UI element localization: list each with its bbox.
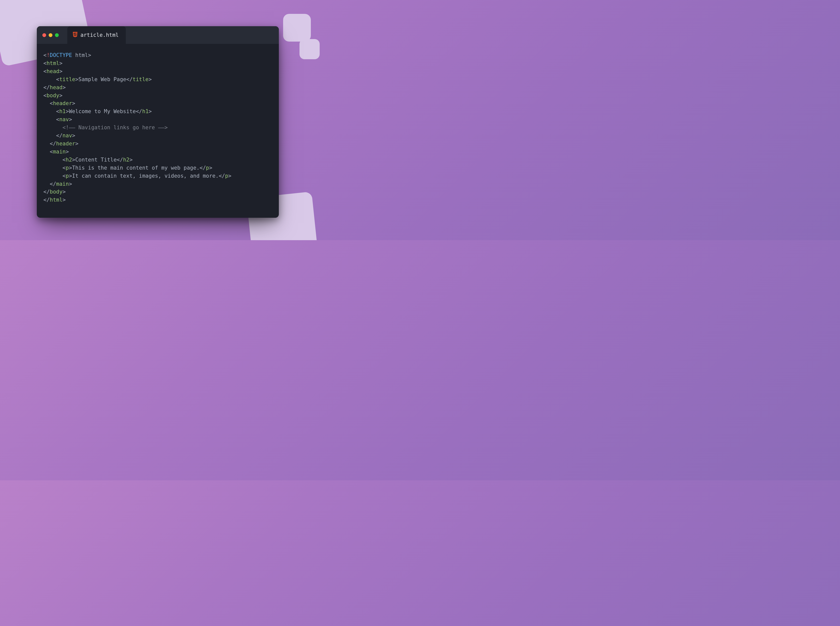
- code-editor[interactable]: <!DOCTYPE html><html><head><title>Sample…: [37, 44, 279, 218]
- code-line: <nav>: [43, 116, 272, 124]
- code-line: <h2>Content Title</h2>: [43, 156, 272, 164]
- decoration-shape: [283, 14, 311, 42]
- code-line: <body>: [43, 92, 272, 100]
- code-line: <title>Sample Web Page</title>: [43, 76, 272, 84]
- html5-icon: [72, 31, 78, 39]
- code-line: <p>This is the main content of my web pa…: [43, 164, 272, 172]
- tab-filename: article.html: [80, 32, 119, 38]
- editor-window: article.html <!DOCTYPE html><html><head>…: [37, 26, 279, 218]
- code-line: </main>: [43, 180, 272, 188]
- code-line: </html>: [43, 196, 272, 204]
- code-line: <p>It can contain text, images, videos, …: [43, 172, 272, 180]
- code-line: <head>: [43, 67, 272, 76]
- window-controls: [42, 33, 59, 37]
- code-line: </nav>: [43, 132, 272, 140]
- code-line: <header>: [43, 100, 272, 108]
- code-line: </header>: [43, 140, 272, 148]
- decoration-shape: [299, 39, 320, 59]
- code-line: </head>: [43, 84, 272, 92]
- close-window-button[interactable]: [42, 33, 46, 37]
- code-line: <main>: [43, 148, 272, 156]
- file-tab[interactable]: article.html: [67, 26, 126, 44]
- minimize-window-button[interactable]: [49, 33, 52, 37]
- maximize-window-button[interactable]: [55, 33, 59, 37]
- code-line: <html>: [43, 59, 272, 67]
- title-bar: article.html: [37, 26, 279, 44]
- code-line: <!—— Navigation links go here ——>: [43, 124, 272, 132]
- code-line: <!DOCTYPE html>: [43, 52, 272, 59]
- code-line: <h1>Welcome to My Website</h1>: [43, 108, 272, 116]
- code-line: </body>: [43, 188, 272, 196]
